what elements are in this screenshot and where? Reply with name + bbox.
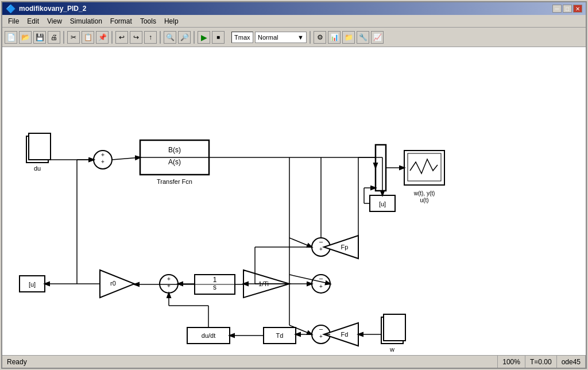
svg-text:B(s): B(s) — [168, 146, 181, 154]
menu-tools[interactable]: Tools — [137, 16, 160, 26]
save-button[interactable]: 💾 — [33, 31, 46, 44]
up-button[interactable]: ↑ — [144, 31, 157, 44]
canvas-area[interactable]: du + + B(s) A(s) Transfer Fcn w(t), y(t)… — [2, 47, 586, 355]
menu-edit[interactable]: Edit — [24, 16, 42, 26]
status-bar: Ready 100% T=0.00 ode45 — [2, 355, 586, 368]
svg-text:1: 1 — [213, 276, 217, 284]
svg-text:+: + — [319, 246, 323, 252]
menu-view[interactable]: View — [44, 16, 65, 26]
undo-button[interactable]: ↩ — [115, 31, 128, 44]
close-button[interactable]: ✕ — [573, 5, 582, 13]
new-button[interactable]: 📄 — [5, 31, 17, 44]
svg-text:+: + — [319, 283, 323, 290]
redo-button[interactable]: ↪ — [130, 31, 142, 44]
sim-time-field[interactable]: Tmax — [231, 32, 253, 43]
svg-text:+: + — [101, 159, 105, 165]
copy-button[interactable]: 📋 — [82, 31, 94, 44]
svg-text:+: + — [101, 151, 105, 158]
separator-5 — [310, 31, 311, 44]
sim-mode-dropdown[interactable]: Normal ▼ — [255, 32, 307, 43]
toolbar-btn-4[interactable]: 🔧 — [357, 31, 369, 44]
svg-text:Fd: Fd — [341, 331, 349, 338]
separator-2 — [111, 31, 113, 44]
status-zoom: 100% — [498, 356, 525, 368]
toolbar-btn-2[interactable]: 📊 — [328, 31, 341, 44]
svg-text:Fp: Fp — [341, 244, 349, 250]
svg-text:–: – — [319, 275, 323, 282]
svg-text:[u]: [u] — [379, 201, 386, 207]
svg-text:+: + — [167, 275, 171, 282]
menu-bar: File Edit View Simulation Format Tools H… — [2, 15, 586, 28]
separator-4 — [194, 31, 195, 44]
minimize-button[interactable]: ─ — [552, 5, 562, 13]
toolbar-btn-1[interactable]: ⚙ — [314, 31, 326, 44]
cut-button[interactable]: ✂ — [67, 31, 80, 44]
status-solver: ode45 — [557, 356, 586, 368]
window-controls: ─ □ ✕ — [552, 5, 582, 13]
svg-rect-0 — [2, 47, 586, 355]
svg-rect-12 — [376, 145, 386, 191]
separator-1 — [63, 31, 64, 44]
menu-simulation[interactable]: Simulation — [67, 16, 106, 26]
stop-button[interactable]: ■ — [212, 31, 225, 44]
svg-text:r0: r0 — [110, 280, 116, 287]
svg-text:–: – — [319, 238, 323, 245]
svg-text:w(t), y(t): w(t), y(t) — [413, 190, 435, 196]
app-icon: 🔷 — [6, 4, 16, 13]
svg-text:Transfer Fcn: Transfer Fcn — [157, 178, 192, 185]
status-time: T=0.00 — [525, 356, 557, 368]
simulink-diagram: du + + B(s) A(s) Transfer Fcn w(t), y(t)… — [2, 47, 586, 355]
svg-text:+: + — [167, 283, 171, 289]
separator-3 — [160, 31, 161, 44]
svg-rect-50 — [384, 314, 405, 341]
svg-text:s: s — [213, 283, 216, 291]
open-button[interactable]: 📂 — [19, 31, 32, 44]
svg-text:–: – — [319, 325, 323, 332]
play-button[interactable]: ▶ — [198, 31, 210, 44]
svg-text:w: w — [389, 346, 394, 353]
title-bar: 🔷 modifikovany_PID_2 ─ □ ✕ — [2, 2, 586, 15]
svg-text:[u]: [u] — [29, 281, 36, 288]
zoom-in-button[interactable]: 🔎 — [178, 31, 191, 44]
paste-button[interactable]: 📌 — [96, 31, 109, 44]
toolbar-btn-3[interactable]: 📁 — [342, 31, 355, 44]
window-title: modifikovany_PID_2 — [19, 5, 86, 13]
toolbar: 📄 📂 💾 🖨 ✂ 📋 📌 ↩ ↪ ↑ 🔍 🔎 ▶ ■ Tmax Normal … — [2, 28, 586, 47]
svg-text:+: + — [319, 333, 323, 340]
print-button[interactable]: 🖨 — [48, 31, 60, 44]
svg-text:du: du — [34, 165, 41, 172]
svg-rect-2 — [29, 133, 51, 160]
main-window: 🔷 modifikovany_PID_2 ─ □ ✕ File Edit Vie… — [1, 1, 587, 369]
svg-text:A(s): A(s) — [168, 158, 181, 166]
svg-text:u(t): u(t) — [420, 197, 429, 203]
toolbar-btn-5[interactable]: 📈 — [371, 31, 384, 44]
svg-text:Td: Td — [276, 332, 284, 339]
zoom-out-button[interactable]: 🔍 — [164, 31, 176, 44]
menu-help[interactable]: Help — [161, 16, 182, 26]
maximize-button[interactable]: □ — [563, 5, 572, 13]
svg-text:du/dt: du/dt — [202, 332, 215, 339]
title-text: 🔷 modifikovany_PID_2 — [6, 4, 86, 13]
menu-file[interactable]: File — [5, 16, 22, 26]
menu-format[interactable]: Format — [107, 16, 136, 26]
status-ready: Ready — [2, 356, 498, 368]
